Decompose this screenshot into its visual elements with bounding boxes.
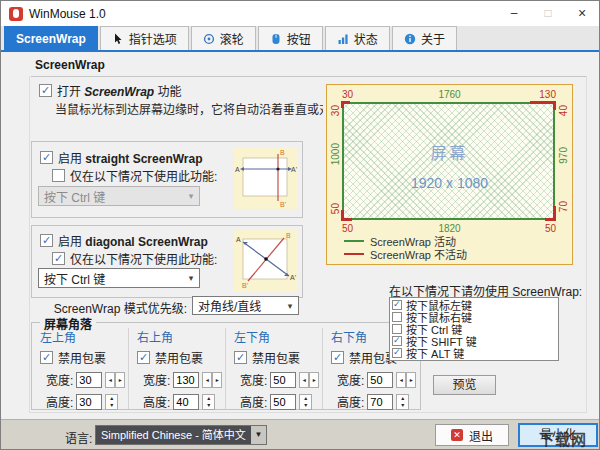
tab-pointer-options[interactable]: 指针选项 <box>100 26 189 50</box>
straight-screenwrap-group: 启用 straight ScreenWrap 仅在以下情况下使用此功能: 按下 … <box>31 141 303 218</box>
step-down-icon[interactable]: ▾ <box>106 402 117 409</box>
tab-label: 滚轮 <box>220 30 244 47</box>
width-input[interactable] <box>76 372 102 388</box>
screen-diagram-panel: 30 1760 130 30 1000 50 40 970 70 50 1820… <box>326 84 573 265</box>
enable-screenwrap-checkbox[interactable] <box>39 84 52 97</box>
svg-text:A: A <box>235 166 240 173</box>
avoid-checkbox[interactable] <box>392 312 402 322</box>
svg-text:A': A' <box>290 274 296 281</box>
title-bar: WinMouse 1.0 – □ × <box>1 1 599 26</box>
tab-status[interactable]: 状态 <box>325 26 390 50</box>
measure-bottom-right: 50 <box>545 223 556 234</box>
measure-left-top: 30 <box>330 105 341 116</box>
tab-label: 状态 <box>354 30 378 47</box>
disable-wrap-checkbox[interactable] <box>137 351 150 364</box>
corner-column-top-left: 左上角 禁用包裹 宽度:◂▸ 高度:▴▾ <box>32 328 129 409</box>
width-stepper[interactable]: ◂▸ <box>105 372 125 388</box>
step-right-icon[interactable]: ▸ <box>406 372 416 388</box>
height-input[interactable] <box>76 394 102 410</box>
tab-label: 关于 <box>421 30 445 47</box>
step-left-icon[interactable]: ◂ <box>396 372 406 388</box>
info-icon <box>404 33 416 45</box>
step-right-icon[interactable]: ▸ <box>115 372 125 388</box>
step-right-icon[interactable]: ▸ <box>212 372 222 388</box>
avoid-checkbox[interactable] <box>392 324 402 334</box>
tab-label: ScreenWrap <box>16 32 86 46</box>
disable-wrap-checkbox[interactable] <box>234 351 247 364</box>
height-input[interactable] <box>367 394 393 410</box>
disable-wrap-checkbox[interactable] <box>331 351 344 364</box>
step-up-icon[interactable]: ▴ <box>300 395 311 402</box>
measure-top-center: 1760 <box>327 89 572 100</box>
avoid-checkbox[interactable] <box>392 300 402 310</box>
minimize-window-button[interactable]: – <box>497 1 531 26</box>
width-input[interactable] <box>173 372 199 388</box>
tab-label: 按钮 <box>287 30 311 47</box>
height-stepper[interactable]: ▴▾ <box>396 394 409 410</box>
measure-left-bottom: 50 <box>330 203 341 214</box>
height-stepper[interactable]: ▴▾ <box>105 394 118 410</box>
avoid-checkbox[interactable] <box>392 336 402 346</box>
step-up-icon[interactable]: ▴ <box>203 395 214 402</box>
close-window-button[interactable]: × <box>565 1 599 26</box>
height-input[interactable] <box>173 394 199 410</box>
height-stepper[interactable]: ▴▾ <box>202 394 215 410</box>
step-right-icon[interactable]: ▸ <box>309 372 319 388</box>
step-left-icon[interactable]: ◂ <box>299 372 309 388</box>
diagonal-condition-checkbox[interactable] <box>52 252 65 265</box>
tab-buttons[interactable]: 按钮 <box>258 26 323 50</box>
tab-wheel[interactable]: 滚轮 <box>191 26 256 50</box>
disable-wrap-label: 禁用包裹 <box>58 349 106 366</box>
svg-text:B: B <box>286 232 291 239</box>
disable-wrap-checkbox[interactable] <box>40 351 53 364</box>
width-input[interactable] <box>367 372 393 388</box>
step-down-icon[interactable]: ▾ <box>300 402 311 409</box>
avoid-checkbox[interactable] <box>392 348 402 358</box>
tab-screenwrap[interactable]: ScreenWrap <box>4 26 98 50</box>
width-stepper[interactable]: ◂▸ <box>396 372 416 388</box>
width-label: 宽度: <box>240 371 267 388</box>
width-label: 宽度: <box>143 371 170 388</box>
straight-modifier-combo[interactable]: 按下 Ctrl 键 ▾ <box>38 186 200 206</box>
legend-inactive-line <box>344 253 364 255</box>
svg-text:B': B' <box>280 201 286 208</box>
height-stepper[interactable]: ▴▾ <box>299 394 312 410</box>
enable-straight-checkbox[interactable] <box>40 151 53 164</box>
width-stepper[interactable]: ◂▸ <box>202 372 222 388</box>
height-label: 高度: <box>337 393 364 410</box>
avoid-list[interactable]: 按下鼠标左键 按下鼠标右键 按下 Ctrl 键 按下 SHIFT 键 按下 AL… <box>389 297 559 361</box>
height-label: 高度: <box>143 393 170 410</box>
tab-about[interactable]: 关于 <box>392 26 457 50</box>
step-up-icon[interactable]: ▴ <box>397 395 408 402</box>
screenwrap-description: 当鼠标光标到达屏幕边缘时，它将自动沿着垂直或对角线移 <box>55 100 323 117</box>
step-down-icon[interactable]: ▾ <box>203 402 214 409</box>
width-stepper[interactable]: ◂▸ <box>299 372 319 388</box>
cursor-icon <box>112 33 124 45</box>
priority-combo[interactable]: 对角线/直线 ▾ <box>192 296 299 315</box>
chevron-down-icon[interactable]: ▼ <box>251 426 266 444</box>
preview-button[interactable]: 预览 <box>433 375 496 395</box>
width-input[interactable] <box>270 372 296 388</box>
straight-condition-checkbox[interactable] <box>52 169 65 182</box>
step-up-icon[interactable]: ▴ <box>106 395 117 402</box>
legend-inactive: ScreenWrap 不活动 <box>344 246 467 262</box>
straight-condition-label: 仅在以下情况下使用此功能: <box>70 167 217 184</box>
enable-diagonal-checkbox[interactable] <box>40 234 53 247</box>
maximize-window-button[interactable]: □ <box>531 1 565 26</box>
exit-button[interactable]: ✕ 退出 <box>435 424 509 446</box>
window-title: WinMouse 1.0 <box>29 7 106 21</box>
diagonal-modifier-combo[interactable]: 按下 Ctrl 键 ▾ <box>38 268 200 288</box>
priority-value: 对角线/直线 <box>198 297 261 314</box>
exit-x-icon: ✕ <box>451 429 463 441</box>
diagonal-screenwrap-group: 启用 diagonal ScreenWrap 仅在以下情况下使用此功能: 按下 … <box>31 225 303 298</box>
step-down-icon[interactable]: ▾ <box>397 402 408 409</box>
language-combo[interactable]: Simplified Chinese - 简体中文 ▼ <box>95 425 267 445</box>
step-left-icon[interactable]: ◂ <box>202 372 212 388</box>
screen-resolution: 1920 x 1080 <box>327 175 572 191</box>
height-input[interactable] <box>270 394 296 410</box>
corner-column-bottom-left: 左下角 禁用包裹 宽度:◂▸ 高度:▴▾ <box>226 328 323 409</box>
bar-chart-icon <box>337 33 349 45</box>
minimize-app-button[interactable]: 最小化 <box>518 423 598 447</box>
step-left-icon[interactable]: ◂ <box>105 372 115 388</box>
corner-title: 左下角 <box>234 328 322 345</box>
